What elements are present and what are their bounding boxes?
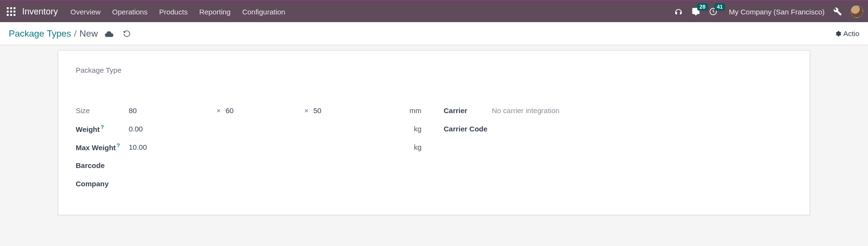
company-selector[interactable]: My Company (San Francisco): [729, 8, 825, 16]
carrier-label: Carrier: [444, 106, 492, 115]
nav-overview[interactable]: Overview: [70, 8, 101, 16]
messages-icon[interactable]: 28: [692, 7, 700, 16]
row-barcode: Barcode: [76, 156, 424, 174]
size-label: Size: [76, 106, 129, 115]
nav-reporting[interactable]: Reporting: [199, 8, 231, 16]
svg-rect-1: [10, 7, 12, 9]
actions-label: Actio: [843, 29, 859, 38]
form-grid: Size 80 ×60 ×50 mm Weight? 0.00 kg: [76, 101, 792, 193]
row-carriercode: Carrier Code: [444, 119, 792, 138]
breadcrumb-parent[interactable]: Package Types: [9, 28, 71, 39]
carriercode-label: Carrier Code: [444, 125, 492, 133]
svg-rect-5: [14, 11, 15, 13]
size-unit: mm: [409, 106, 424, 115]
maxweight-values: 10.00 kg: [129, 143, 424, 151]
help-icon[interactable]: ?: [117, 142, 120, 148]
activities-badge: 41: [715, 3, 725, 11]
weight-unit: kg: [414, 125, 424, 133]
row-maxweight: Max Weight? 10.00 kg: [76, 138, 424, 156]
size-length[interactable]: 80: [129, 106, 211, 115]
nav-menu: Overview Operations Products Reporting C…: [70, 8, 285, 16]
package-type-label[interactable]: Package Type: [76, 66, 792, 74]
maxweight-unit: kg: [414, 143, 424, 151]
svg-rect-0: [7, 7, 9, 9]
nav-products[interactable]: Products: [159, 8, 188, 16]
actions-menu[interactable]: Actio: [835, 29, 859, 38]
size-height[interactable]: 50: [313, 106, 322, 115]
row-company: Company: [76, 174, 424, 193]
maxweight-label: Max Weight?: [76, 142, 129, 152]
weight-label: Weight?: [76, 124, 129, 133]
messages-badge: 28: [697, 3, 708, 11]
row-weight: Weight? 0.00 kg: [76, 119, 424, 138]
topbar: Inventory Overview Operations Products R…: [0, 0, 868, 22]
avatar[interactable]: [851, 5, 863, 18]
breadcrumb-current: New: [80, 28, 98, 39]
row-size: Size 80 ×60 ×50 mm: [76, 101, 424, 119]
maxweight-value[interactable]: 10.00: [129, 143, 147, 151]
cloud-save-icon[interactable]: [105, 30, 113, 37]
svg-rect-8: [14, 14, 15, 16]
svg-rect-4: [10, 11, 12, 13]
breadcrumb-row: Package Types / New Actio: [0, 22, 868, 45]
svg-rect-6: [7, 14, 9, 16]
svg-rect-7: [10, 14, 12, 16]
svg-rect-2: [14, 7, 15, 9]
discard-icon[interactable]: [123, 30, 131, 38]
row-carrier: Carrier No carrier integration: [444, 101, 792, 119]
nav-configuration[interactable]: Configuration: [242, 8, 285, 16]
times-icon: ×: [304, 106, 309, 115]
carrier-value[interactable]: No carrier integration: [492, 106, 792, 115]
breadcrumb-sep: /: [74, 28, 77, 39]
weight-value[interactable]: 0.00: [129, 125, 143, 133]
topbar-right: 28 41 My Company (San Francisco): [674, 5, 863, 18]
activities-icon[interactable]: 41: [709, 7, 718, 16]
company-label: Company: [76, 180, 129, 188]
help-icon[interactable]: ?: [101, 124, 104, 130]
app-title[interactable]: Inventory: [22, 7, 58, 17]
barcode-label: Barcode: [76, 161, 129, 169]
times-icon: ×: [217, 106, 221, 115]
svg-rect-3: [7, 11, 9, 13]
sheet-wrap: Package Type Size 80 ×60 ×50 mm Weight? …: [0, 45, 868, 234]
weight-values: 0.00 kg: [129, 125, 424, 133]
form-sheet: Package Type Size 80 ×60 ×50 mm Weight? …: [58, 50, 810, 215]
form-right-col: Carrier No carrier integration Carrier C…: [444, 101, 792, 193]
debug-icon[interactable]: [833, 7, 842, 16]
apps-icon[interactable]: [7, 7, 15, 16]
nav-operations[interactable]: Operations: [112, 8, 148, 16]
size-values: 80 ×60 ×50 mm: [129, 106, 424, 115]
form-left-col: Size 80 ×60 ×50 mm Weight? 0.00 kg: [76, 101, 424, 193]
support-icon[interactable]: [674, 7, 683, 16]
size-width[interactable]: 60: [226, 106, 234, 115]
